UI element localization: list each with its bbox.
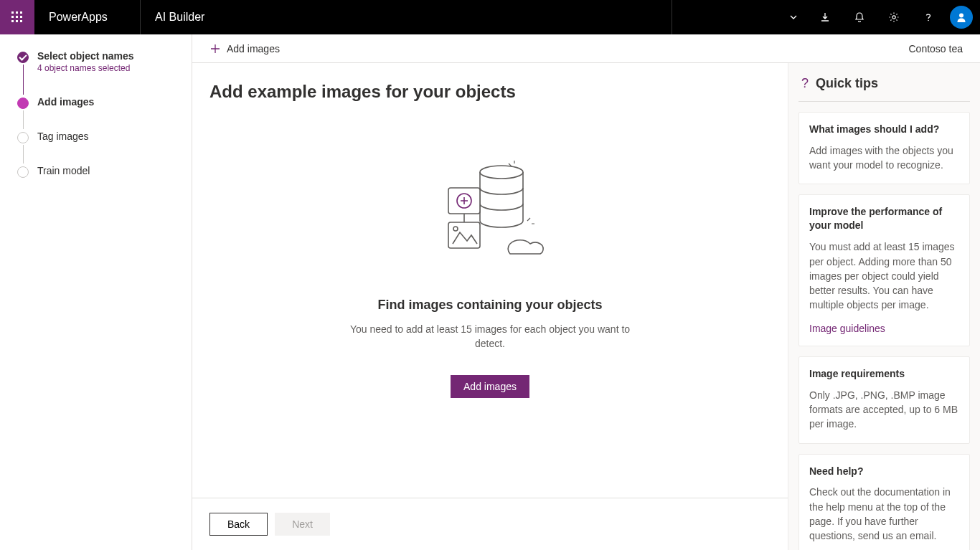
- quick-tips-title: Quick tips: [816, 76, 878, 91]
- step-train-model[interactable]: Train model: [17, 165, 177, 176]
- step-connector: [23, 145, 24, 163]
- add-images-label: Add images: [227, 43, 280, 54]
- section-label: AI Builder: [141, 11, 204, 24]
- tip-title: Need help?: [809, 465, 959, 478]
- tip-title: What images should I add?: [809, 123, 959, 136]
- step-subtitle: 4 object names selected: [37, 63, 177, 73]
- step-connector: [23, 110, 24, 129]
- step-title: Tag images: [37, 131, 177, 142]
- tip-body: Only .JPG, .PNG, .BMP image formats are …: [809, 388, 959, 432]
- step-pending-icon: [17, 132, 29, 143]
- add-images-command[interactable]: Add images: [209, 43, 280, 54]
- quick-tips-panel: ? Quick tips What images should I add? A…: [788, 63, 980, 550]
- page-title: Add example images for your objects: [209, 82, 771, 102]
- svg-point-11: [959, 14, 963, 18]
- waffle-icon[interactable]: [0, 0, 34, 34]
- tip-title: Image requirements: [809, 367, 959, 381]
- empty-state-body: You need to add at least 15 images for e…: [347, 323, 633, 351]
- tip-card: Image requirements Only .JPG, .PNG, .BMP…: [798, 356, 970, 444]
- step-title: Train model: [37, 165, 177, 176]
- svg-rect-15: [448, 222, 480, 248]
- svg-rect-3: [11, 16, 14, 18]
- svg-rect-4: [16, 16, 18, 18]
- empty-state-illustration: [433, 159, 547, 262]
- svg-rect-1: [16, 11, 18, 14]
- step-connector: [23, 65, 24, 95]
- next-button: Next: [275, 513, 330, 536]
- svg-point-10: [928, 20, 929, 22]
- wizard-nav: Back Next: [192, 498, 788, 550]
- plus-icon: [209, 43, 221, 54]
- center-pane: Add example images for your objects: [192, 63, 788, 550]
- step-title: Add images: [37, 96, 177, 108]
- tip-body: You must add at least 15 images per obje…: [809, 240, 959, 312]
- step-title: Select object names: [37, 50, 177, 62]
- help-icon[interactable]: [911, 0, 946, 34]
- svg-rect-8: [20, 20, 22, 22]
- download-icon[interactable]: [808, 0, 842, 34]
- brand-label[interactable]: PowerApps: [34, 0, 141, 34]
- tip-card: What images should I add? Add images wit…: [798, 112, 970, 184]
- model-name-label: Contoso tea: [909, 43, 963, 54]
- help-icon: ?: [801, 76, 809, 91]
- svg-point-9: [892, 16, 895, 19]
- step-current-icon: [17, 98, 29, 109]
- svg-point-12: [480, 166, 523, 179]
- empty-state-title: Find images containing your objects: [377, 298, 602, 313]
- topbar: PowerApps AI Builder: [0, 0, 980, 34]
- svg-rect-6: [11, 20, 14, 22]
- step-tag-images[interactable]: Tag images: [17, 131, 177, 165]
- avatar[interactable]: [950, 6, 973, 29]
- svg-rect-0: [11, 11, 14, 14]
- step-select-object-names[interactable]: Select object names 4 object names selec…: [17, 50, 177, 96]
- back-button[interactable]: Back: [209, 513, 268, 536]
- tip-body: Add images with the objects you want you…: [809, 143, 959, 173]
- tip-card: Need help? Check out the documentation i…: [798, 454, 970, 550]
- notifications-icon[interactable]: [842, 0, 877, 34]
- command-bar: Add images Contoso tea: [192, 34, 980, 63]
- tip-card: Improve the performance of your model Yo…: [798, 194, 970, 346]
- svg-rect-2: [20, 11, 22, 14]
- settings-icon[interactable]: [877, 0, 911, 34]
- tip-body: Check out the documentation in the help …: [809, 485, 959, 543]
- step-add-images[interactable]: Add images: [17, 96, 177, 131]
- chevron-down-icon: [789, 13, 798, 22]
- tip-title: Improve the performance of your model: [809, 205, 959, 232]
- svg-rect-5: [20, 16, 22, 18]
- step-pending-icon: [17, 166, 29, 178]
- image-guidelines-link[interactable]: Image guidelines: [809, 323, 885, 334]
- environment-dropdown[interactable]: [672, 0, 808, 34]
- empty-state: Find images containing your objects You …: [303, 159, 677, 398]
- step-done-icon: [17, 52, 29, 63]
- quick-tips-header: ? Quick tips: [798, 76, 970, 102]
- svg-rect-7: [16, 20, 18, 22]
- wizard-steps: Select object names 4 object names selec…: [0, 34, 192, 550]
- add-images-button[interactable]: Add images: [451, 375, 529, 398]
